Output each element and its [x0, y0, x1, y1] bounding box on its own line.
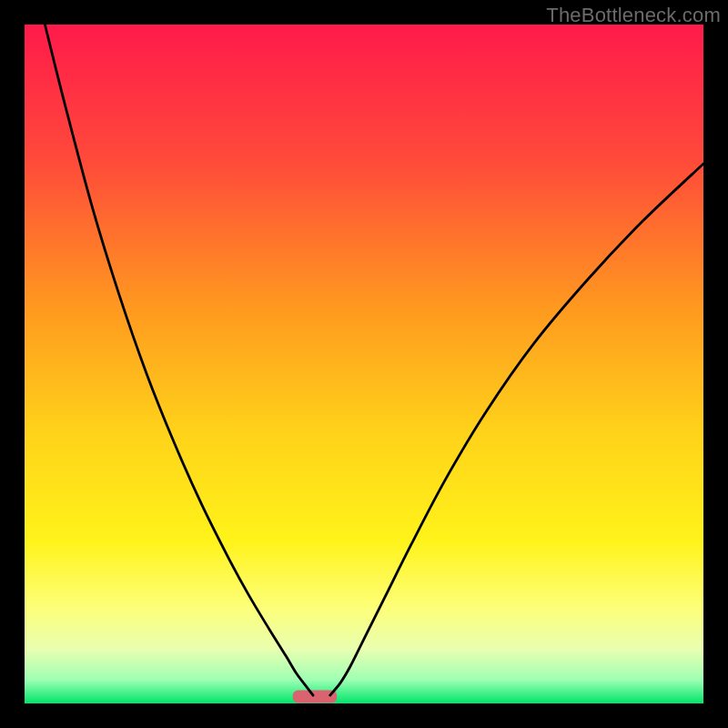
gradient-background: [25, 25, 703, 703]
chart-frame: TheBottleneck.com: [0, 0, 728, 728]
bottleneck-marker: [293, 691, 337, 703]
plot-area: [25, 25, 703, 703]
chart-svg: [25, 25, 703, 703]
